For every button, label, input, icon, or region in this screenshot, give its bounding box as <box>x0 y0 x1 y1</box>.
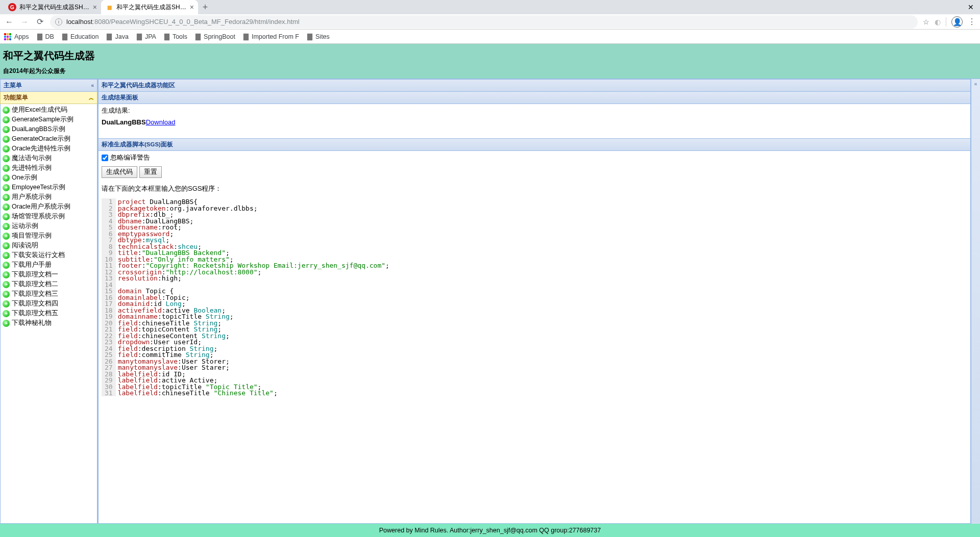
sgs-panel: 标准生成器脚本(SGS)面板 忽略编译警告 生成代码 重置 请在下面的文本框里输… <box>98 139 971 524</box>
download-link[interactable]: Download <box>146 118 176 126</box>
menu-item[interactable]: +用户系统示例 <box>1 192 97 202</box>
tab-close-icon[interactable]: × <box>190 3 194 11</box>
plus-circle-icon: + <box>3 136 10 143</box>
extension-icon[interactable]: ◐ <box>935 18 941 26</box>
back-button[interactable]: ← <box>4 17 14 27</box>
bookmark-star-icon[interactable]: ☆ <box>923 18 929 26</box>
menu-item[interactable]: +GenerateOracle示例 <box>1 134 97 144</box>
plus-circle-icon: + <box>3 174 10 182</box>
new-tab-button[interactable]: + <box>198 2 212 13</box>
menu-item[interactable]: +下载原理文档五 <box>1 309 97 318</box>
menu-item[interactable]: +场馆管理系统示例 <box>1 212 97 221</box>
bookmark-folder[interactable]: ▇Education <box>62 33 99 40</box>
folder-icon: ▇ <box>62 33 67 40</box>
folder-icon: ▇ <box>37 33 42 40</box>
apps-shortcut[interactable]: Apps <box>4 33 29 40</box>
menu-item[interactable]: +魔法语句示例 <box>1 154 97 163</box>
menu-item-label: 下载原理文档五 <box>12 309 58 318</box>
menu-item[interactable]: +One示例 <box>1 173 97 183</box>
tab-title: 和平之翼代码生成器SHCE... <box>19 3 90 12</box>
menu-item[interactable]: +运动示例 <box>1 221 97 231</box>
tab-title: 和平之翼代码生成器SHCE... <box>116 3 187 12</box>
bookmark-folder[interactable]: ▇Sites <box>307 33 330 40</box>
result-panel-header: 生成结果面板 <box>98 92 971 104</box>
forward-button[interactable]: → <box>19 17 30 27</box>
menu-item-label: EmployeeTest示例 <box>12 183 65 192</box>
plus-circle-icon: + <box>3 107 10 114</box>
right-collapsed-panel[interactable]: « <box>971 79 980 524</box>
generate-button[interactable]: 生成代码 <box>102 166 137 178</box>
bookmarks-bar: Apps ▇DB▇Education▇Java▇JPA▇Tools▇Spring… <box>0 30 980 44</box>
menu-item[interactable]: +下载神秘礼物 <box>1 318 97 328</box>
address-bar: ← → ⟳ i localhost:8080/PeaceWingSHCEU_4_… <box>0 14 980 30</box>
menu-item-label: 先进特性示例 <box>12 164 52 172</box>
favicon: G <box>8 3 16 11</box>
reload-button[interactable]: ⟳ <box>35 17 45 27</box>
menu-item[interactable]: +项目管理示例 <box>1 231 97 241</box>
bookmark-folder[interactable]: ▇Tools <box>164 33 187 40</box>
sgs-scroll-area[interactable]: 忽略编译警告 生成代码 重置 请在下面的文本框里输入您的SGS程序： 12345… <box>99 151 970 523</box>
folder-icon: ▇ <box>107 33 112 40</box>
menu-item-label: 阅读说明 <box>12 241 38 250</box>
browser-tab[interactable]: G和平之翼代码生成器SHCE...× <box>4 0 101 14</box>
plus-circle-icon: + <box>3 194 10 201</box>
plus-circle-icon: + <box>3 320 10 327</box>
tabs-bar: G和平之翼代码生成器SHCE...×▦和平之翼代码生成器SHCE...× + ✕ <box>0 0 980 14</box>
menu-item-label: DualLangBBS示例 <box>12 125 65 134</box>
plus-circle-icon: + <box>3 310 10 317</box>
chrome-menu-button[interactable]: ⋮ <box>968 17 976 27</box>
window-close-button[interactable]: ✕ <box>968 3 974 11</box>
bookmark-folder[interactable]: ▇DB <box>37 33 54 40</box>
menu-item[interactable]: +下载原理文档二 <box>1 279 97 289</box>
menu-item[interactable]: +先进特性示例 <box>1 163 97 173</box>
menu-item-label: Oracle先进特性示例 <box>12 144 70 153</box>
app-header: 和平之翼代码生成器 自2014年起为公众服务 <box>0 44 980 79</box>
result-body: 生成结果: DualLangBBSDownload <box>98 104 971 139</box>
menu-item[interactable]: +下载用户手册 <box>1 260 97 270</box>
menu-item-label: 下载原理文档一 <box>12 270 58 279</box>
instruction-text: 请在下面的文本框里输入您的SGS程序： <box>102 184 967 193</box>
menu-item[interactable]: +Oracle用户系统示例 <box>1 202 97 212</box>
reset-button[interactable]: 重置 <box>139 166 162 178</box>
menu-item[interactable]: +DualLangBBS示例 <box>1 124 97 134</box>
tab-close-icon[interactable]: × <box>93 3 97 11</box>
plus-circle-icon: + <box>3 233 10 240</box>
bookmark-folder[interactable]: ▇JPA <box>137 33 156 40</box>
menu-item[interactable]: +下载安装运行文档 <box>1 250 97 260</box>
folder-icon: ▇ <box>164 33 169 40</box>
plus-circle-icon: + <box>3 281 10 288</box>
menu-item[interactable]: +EmployeeTest示例 <box>1 183 97 192</box>
menu-item[interactable]: +Oracle先进特性示例 <box>1 144 97 154</box>
code-editor[interactable]: 1234567891011121314151617181920212223242… <box>102 198 967 396</box>
menu-item[interactable]: +下载原理文档一 <box>1 270 97 279</box>
menu-item[interactable]: +阅读说明 <box>1 241 97 250</box>
menu-item[interactable]: +下载原理文档三 <box>1 289 97 299</box>
menu-item-label: 下载原理文档二 <box>12 280 58 289</box>
bookmark-folder[interactable]: ▇SpringBoot <box>195 33 235 40</box>
function-menu-header[interactable]: 功能菜单 ︽ <box>0 92 97 104</box>
ignore-warnings-checkbox[interactable] <box>102 155 108 161</box>
collapse-left-icon[interactable]: « <box>91 83 94 88</box>
browser-tab[interactable]: ▦和平之翼代码生成器SHCE...× <box>101 0 198 14</box>
plus-circle-icon: + <box>3 126 10 133</box>
bookmark-folder[interactable]: ▇Java <box>107 33 128 40</box>
plus-circle-icon: + <box>3 155 10 162</box>
collapse-right-icon[interactable]: « <box>974 81 977 87</box>
menu-item[interactable]: +GenerateSample示例 <box>1 115 97 124</box>
folder-icon: ▇ <box>195 33 201 40</box>
plus-circle-icon: + <box>3 116 10 123</box>
url-input[interactable]: i localhost:8080/PeaceWingSHCEU_4_0_0_Be… <box>50 15 918 29</box>
menu-item[interactable]: +使用Excel生成代码 <box>1 105 97 115</box>
bookmark-folder[interactable]: ▇Imported From F <box>243 33 299 40</box>
plus-circle-icon: + <box>3 300 10 308</box>
code-body[interactable]: project DualLangBBS{packagetoken:org.jav… <box>116 198 389 396</box>
plus-circle-icon: + <box>3 271 10 278</box>
menu-item[interactable]: +下载原理文档四 <box>1 299 97 309</box>
plus-circle-icon: + <box>3 262 10 269</box>
line-gutter: 1234567891011121314151617181920212223242… <box>102 198 116 396</box>
site-info-icon[interactable]: i <box>55 18 62 25</box>
browser-chrome: G和平之翼代码生成器SHCE...×▦和平之翼代码生成器SHCE...× + ✕… <box>0 0 980 44</box>
app-body: 主菜单 « 功能菜单 ︽ +使用Excel生成代码+GenerateSample… <box>0 79 980 524</box>
profile-avatar[interactable]: 👤 <box>951 16 963 28</box>
main-menu-header[interactable]: 主菜单 « <box>0 79 97 92</box>
